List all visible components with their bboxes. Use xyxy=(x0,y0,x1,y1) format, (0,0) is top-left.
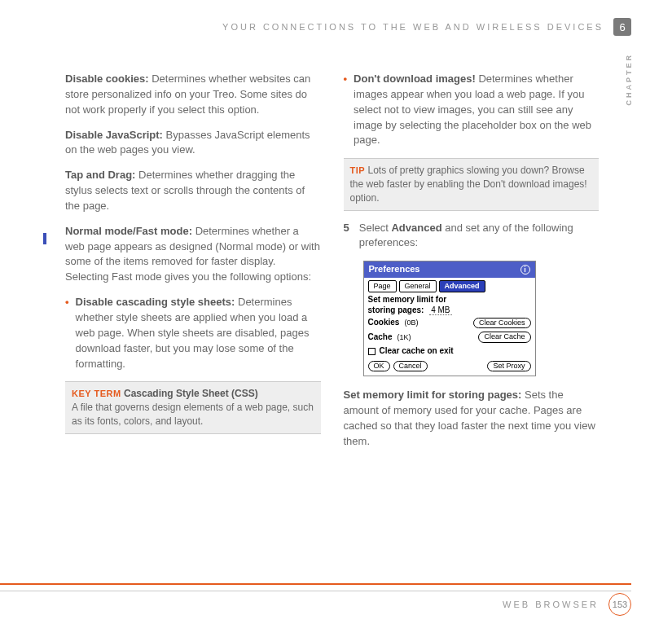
memory-limit-line1: Set memory limit for xyxy=(368,295,531,304)
page-number: 153 xyxy=(608,593,631,616)
tab-page[interactable]: Page xyxy=(368,280,397,292)
tip-tag: TIP xyxy=(350,165,366,175)
keyterm-body: A file that governs design elements of a… xyxy=(72,402,314,427)
tab-general[interactable]: General xyxy=(399,280,437,292)
content-columns: Disable cookies: Determines whether webs… xyxy=(65,72,599,459)
clear-cache-on-exit-label: Clear cache on exit xyxy=(380,345,454,358)
step-5: 5 Select Advanced and set any of the fol… xyxy=(344,221,600,252)
left-column: Disable cookies: Determines whether webs… xyxy=(65,72,321,459)
bullet-icon: • xyxy=(344,72,348,148)
cancel-button[interactable]: Cancel xyxy=(393,361,428,372)
tip-body: Lots of pretty graphics slowing you down… xyxy=(350,165,587,204)
bullet-disable-css: • Disable cascading style sheets: Determ… xyxy=(65,295,321,371)
clear-cache-button[interactable]: Clear Cache xyxy=(478,332,530,343)
right-column: • Don't download images! Determines whet… xyxy=(344,72,600,459)
paragraph-normal-fast-mode: Normal mode/Fast mode: Determines whethe… xyxy=(65,224,321,285)
clear-cache-on-exit-checkbox[interactable] xyxy=(368,348,376,355)
tab-advanced[interactable]: Advanced xyxy=(439,280,485,292)
preferences-footer-left: OK Cancel xyxy=(368,361,428,372)
preferences-footer: OK Cancel Set Proxy xyxy=(368,361,531,372)
margin-marker xyxy=(43,233,46,244)
tip-box: TIP Lots of pretty graphics slowing you … xyxy=(344,158,600,210)
keyterm-tag: KEY TERM xyxy=(72,389,121,398)
step-number: 5 xyxy=(344,221,349,252)
cache-size: (1K) xyxy=(397,332,411,343)
clear-cache-on-exit-row: Clear cache on exit xyxy=(368,345,531,358)
ok-button[interactable]: OK xyxy=(368,361,390,372)
preferences-body: Page General Advanced Set memory limit f… xyxy=(364,278,535,376)
label: Normal mode/Fast mode: xyxy=(65,225,192,237)
preferences-screenshot: Preferences i Page General Advanced Set … xyxy=(363,261,536,376)
chapter-vertical-label: CHAPTER xyxy=(625,53,633,106)
step-content: Select Advanced and set any of the follo… xyxy=(359,221,599,252)
preferences-titlebar: Preferences i xyxy=(364,261,535,278)
cache-left: Cache (1K) xyxy=(368,332,411,344)
paragraph-tap-and-drag: Tap and Drag: Determines whether draggin… xyxy=(65,168,321,214)
page-header: YOUR CONNECTIONS TO THE WEB AND WIRELESS… xyxy=(0,18,631,36)
cookies-left: Cookies (0B) xyxy=(368,317,419,329)
info-icon[interactable]: i xyxy=(520,265,530,275)
label: Disable JavaScript: xyxy=(65,129,163,141)
chapter-number-badge: 6 xyxy=(613,18,631,36)
memory-limit-label2: storing pages: xyxy=(368,305,424,314)
paragraph-disable-cookies: Disable cookies: Determines whether webs… xyxy=(65,72,321,118)
label: Disable cascading style sheets: xyxy=(76,296,235,308)
clear-cookies-button[interactable]: Clear Cookies xyxy=(473,318,531,329)
bullet-content: Don't download images! Determines whethe… xyxy=(354,72,599,148)
label: Disable cookies: xyxy=(65,72,149,85)
footer-section-label: WEB BROWSER xyxy=(503,600,599,609)
header-title: YOUR CONNECTIONS TO THE WEB AND WIRELESS… xyxy=(222,22,604,32)
keyterm-box: KEY TERM Cascading Style Sheet (CSS) A f… xyxy=(65,381,321,433)
memory-limit-line2: storing pages: 4 MB xyxy=(368,305,531,314)
memory-limit-value[interactable]: 4 MB xyxy=(429,305,451,315)
cookies-row: Cookies (0B) Clear Cookies xyxy=(368,317,531,329)
label: Don't download images! xyxy=(354,72,476,85)
paragraph-set-memory-limit: Set memory limit for storing pages: Sets… xyxy=(344,388,600,449)
cache-row: Cache (1K) Clear Cache xyxy=(368,332,531,344)
cookies-size: (0B) xyxy=(404,318,418,328)
bullet-dont-download-images: • Don't download images! Determines whet… xyxy=(344,72,600,148)
step-pre: Select xyxy=(359,222,392,234)
bullet-icon: • xyxy=(65,295,69,371)
preferences-title: Preferences xyxy=(369,263,420,276)
bullet-content: Disable cascading style sheets: Determin… xyxy=(76,295,321,371)
set-proxy-button[interactable]: Set Proxy xyxy=(487,361,530,372)
keyterm-title: Cascading Style Sheet (CSS) xyxy=(124,388,258,399)
paragraph-disable-javascript: Disable JavaScript: Bypasses JavaScript … xyxy=(65,128,321,159)
preferences-tabs: Page General Advanced xyxy=(368,280,531,292)
label: Tap and Drag: xyxy=(65,169,135,181)
page-footer: WEB BROWSER 153 xyxy=(0,583,631,616)
label: Set memory limit for storing pages: xyxy=(344,389,522,401)
step-bold: Advanced xyxy=(391,222,441,234)
cookies-label: Cookies xyxy=(368,317,400,329)
cache-label: Cache xyxy=(368,332,393,344)
